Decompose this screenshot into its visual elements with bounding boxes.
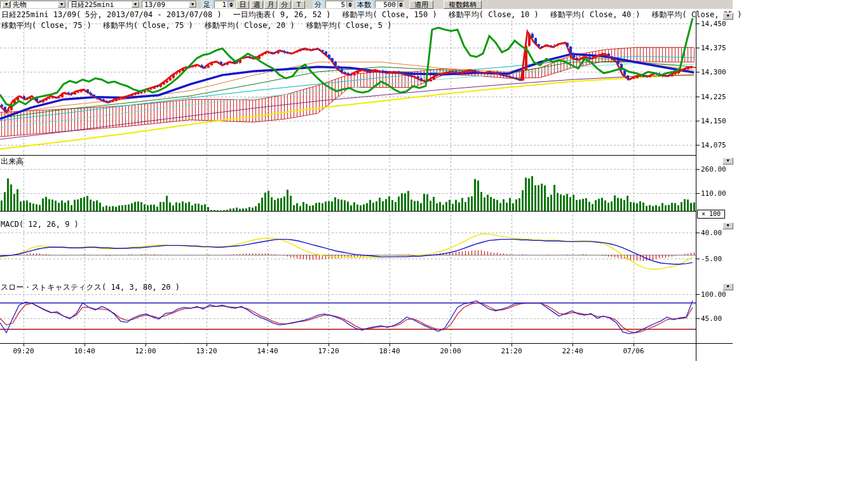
period-button-2[interactable]: 月 — [264, 1, 277, 9]
bar-count-value: 500 — [376, 1, 397, 9]
dropdown-arrow-icon: ▼ — [726, 13, 729, 18]
legend-item: 移動平均( Close, 75 ) — [103, 20, 193, 31]
time-tick-label: 18:40 — [374, 347, 405, 355]
y-axis-tick-label: 40.00 — [701, 229, 722, 237]
minute-stepper[interactable]: 5 — [325, 1, 353, 8]
macd-pane-menu-button[interactable]: ▼ — [722, 222, 733, 229]
dropdown-arrow-icon: ▼ — [726, 284, 729, 289]
legend-item: 移動平均( Close, 40 ) — [550, 10, 641, 20]
symbol-combo[interactable]: 日経225mini ▼ — [68, 1, 140, 8]
y-axis-tick-label: 45.00 — [701, 315, 722, 323]
stepper-arrows-icon[interactable] — [397, 1, 403, 8]
instrument-type-combo[interactable]: 先物 ▼ — [10, 1, 66, 8]
volume-pane-menu-button[interactable]: ▼ — [722, 158, 733, 165]
time-tick-label: 10:40 — [69, 347, 100, 355]
y-axis-tick-label: 100.00 — [701, 290, 726, 299]
period-button-1[interactable]: 週 — [250, 1, 263, 9]
y-axis-tick-label: 14,150 — [701, 117, 726, 125]
legend-item: 移動平均( Close, 20 ) — [205, 20, 295, 31]
multi-symbol-button[interactable]: 複数銘柄 — [444, 1, 482, 9]
combo-edge-stub[interactable]: ▼ — [0, 1, 8, 8]
period-button-3[interactable]: 分 — [278, 1, 291, 9]
y-axis-tick-label: 14,300 — [701, 68, 726, 76]
time-tick-label: 13:20 — [191, 347, 222, 355]
time-tick-label: 14:40 — [252, 347, 283, 355]
stepper-arrows-icon[interactable] — [346, 1, 353, 8]
time-tick-label: 17:20 — [313, 347, 344, 355]
legend-item: 一目均衡表( 9, 26, 52 ) — [233, 10, 331, 20]
interval-stepper[interactable]: 1 — [214, 1, 234, 8]
time-tick-label: 09:20 — [8, 347, 39, 355]
interval-value: 1 — [215, 1, 227, 9]
time-tick-label: 21:20 — [496, 347, 527, 355]
legend-item: 移動平均( Close, 5 ) — [306, 20, 392, 31]
legend-item: 移動平均( Close, 150 ) — [342, 10, 437, 20]
minute-mode-label: 分 — [313, 1, 323, 9]
main-pane-menu-button[interactable]: ▼ — [722, 13, 733, 20]
dropdown-arrow-icon[interactable]: ▼ — [132, 1, 139, 8]
apply-button[interactable]: 適用 — [409, 1, 433, 9]
y-axis-tick-label: 260.00 — [701, 165, 726, 173]
contract-month-value: 13/09 — [144, 1, 165, 8]
time-tick-label: 22:40 — [557, 347, 588, 355]
bar-count-stepper[interactable]: 500 — [375, 1, 404, 8]
dropdown-arrow-icon[interactable]: ▼ — [3, 1, 10, 8]
dropdown-arrow-icon[interactable]: ▼ — [189, 1, 196, 8]
bar-count-label: 本数 — [355, 1, 373, 9]
legend-item: 移動平均( Close, 10 ) — [449, 10, 539, 20]
y-axis-tick-label: 14,075 — [701, 141, 726, 149]
legend-row-2: 移動平均( Close, 75 )移動平均( Close, 75 )移動平均( … — [1, 20, 391, 31]
app-window: ▼ 先物 ▼ 日経225mini ▼ 13/09 ▼ 足 1 日週月分T 分 5… — [0, 0, 868, 488]
dropdown-arrow-icon: ▼ — [726, 158, 729, 163]
chart-canvas[interactable] — [0, 0, 868, 488]
legend-row-1: 日経225mini 13/09( 5分, 2013/07/04 - 2013/0… — [1, 10, 742, 20]
volume-multiplier-badge: × 100 — [697, 210, 725, 219]
volume-pane-label: 出来高 — [1, 156, 24, 167]
legend-item: 移動平均( Close, 75 ) — [1, 20, 92, 31]
stoch-pane-menu-button[interactable]: ▼ — [722, 283, 733, 290]
stepper-arrows-icon[interactable] — [227, 1, 234, 8]
minute-value: 5 — [326, 1, 346, 9]
instrument-type-value: 先物 — [13, 1, 27, 8]
dropdown-arrow-icon[interactable]: ▼ — [58, 1, 65, 8]
time-tick-label: 12:00 — [130, 347, 161, 355]
y-axis-tick-label: 14,225 — [701, 93, 726, 101]
y-axis-tick-label: 14,375 — [701, 44, 726, 52]
dropdown-arrow-icon: ▼ — [726, 223, 729, 228]
legend-item: 日経225mini 13/09( 5分, 2013/07/04 - 2013/0… — [1, 10, 222, 20]
period-button-0[interactable]: 日 — [236, 1, 249, 9]
period-button-4[interactable]: T — [292, 1, 305, 9]
time-tick-label: 07/06 — [618, 347, 649, 355]
symbol-value: 日経225mini — [71, 1, 114, 8]
y-axis-tick-label: 14,450 — [701, 20, 726, 28]
macd-pane-label: MACD( 12, 26, 9 ) — [1, 220, 79, 229]
period-button-group: 日週月分T — [236, 1, 305, 9]
toolbar: ▼ 先物 ▼ 日経225mini ▼ 13/09 ▼ 足 1 日週月分T 分 5… — [0, 0, 733, 9]
stochastics-pane-label: スロー・ストキャスティクス( 14, 3, 80, 20 ) — [1, 282, 180, 293]
time-tick-label: 20:00 — [435, 347, 466, 355]
contract-month-combo[interactable]: 13/09 ▼ — [142, 1, 197, 8]
bar-type-label: 足 — [201, 1, 212, 9]
y-axis-tick-label: 110.00 — [701, 189, 726, 198]
y-axis-tick-label: -5.00 — [701, 255, 722, 263]
